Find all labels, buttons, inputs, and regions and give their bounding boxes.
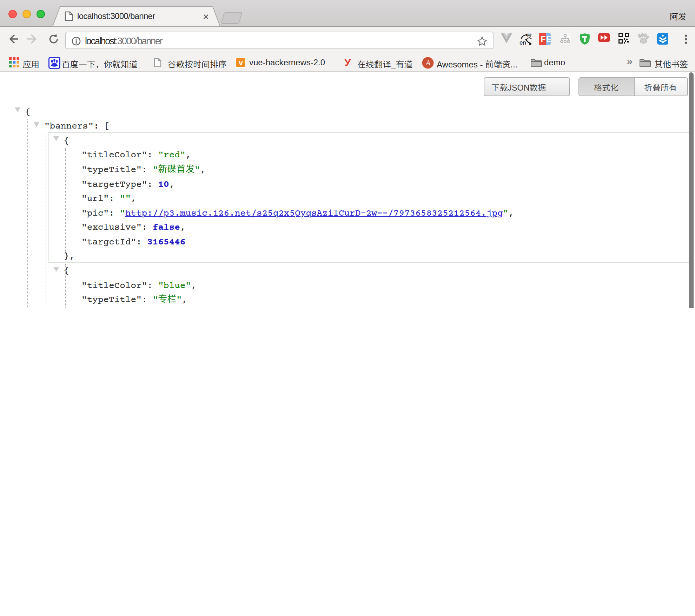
- svg-text:英: 英: [527, 33, 532, 40]
- svg-text:E: E: [546, 35, 551, 44]
- svg-text:v: v: [239, 58, 243, 67]
- svg-text:A: A: [425, 58, 430, 67]
- svg-text:en: en: [519, 39, 526, 46]
- svg-text:F: F: [541, 35, 545, 44]
